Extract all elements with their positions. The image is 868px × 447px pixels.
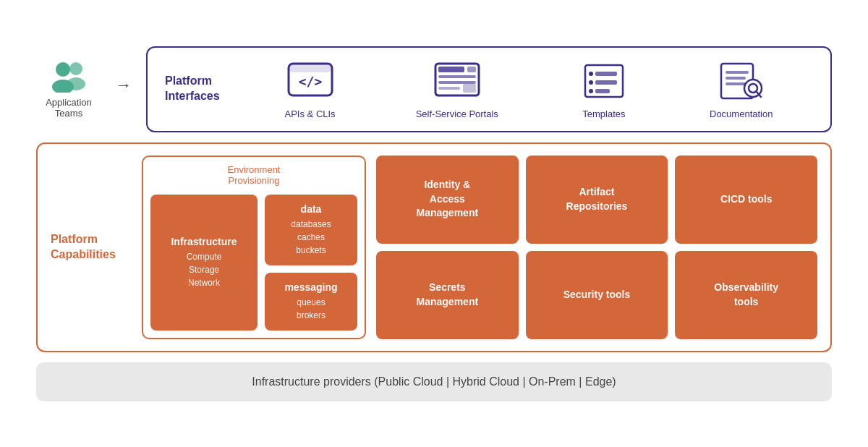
identity-access-card: Identity & Access Management	[376, 156, 519, 244]
portal-icon	[432, 59, 482, 103]
diagram: Application Teams → Platform Interfaces …	[36, 46, 832, 401]
app-teams: Application Teams	[36, 59, 101, 119]
app-teams-label: Application Teams	[46, 97, 92, 119]
templates-label: Templates	[582, 108, 625, 119]
data-sub: databases caches buckets	[291, 218, 331, 257]
pi-item-apis-clis: </> APIs & CLIs	[285, 59, 336, 119]
svg-rect-11	[438, 81, 476, 84]
platform-interfaces-label: Platform Interfaces	[165, 74, 244, 104]
pi-item-portals: Self-Service Portals	[416, 59, 498, 119]
svg-point-19	[589, 89, 593, 93]
infra-providers-bar: Infrastructure providers (Public Cloud |…	[36, 362, 832, 401]
data-title: data	[301, 203, 322, 215]
docs-label: Documentation	[710, 108, 773, 119]
pi-item-docs: Documentation	[710, 59, 773, 119]
middle-row: Platform Capabilities Environment Provis…	[36, 142, 832, 352]
cicd-tools-card: CICD tools	[675, 156, 817, 244]
secrets-mgmt-card: Secrets Management	[376, 251, 519, 339]
svg-text:</>: </>	[298, 74, 322, 89]
platform-interfaces-box: Platform Interfaces </> APIs & CLIs	[146, 46, 832, 132]
infrastructure-title: Infrastructure	[171, 236, 237, 247]
code-icon: </>	[285, 59, 336, 103]
svg-rect-5	[289, 64, 332, 72]
svg-point-0	[69, 62, 82, 75]
svg-rect-10	[438, 75, 476, 78]
svg-rect-18	[595, 80, 617, 85]
pi-item-templates: Templates	[579, 59, 629, 119]
top-row: Application Teams → Platform Interfaces …	[36, 46, 832, 132]
infrastructure-sub: Compute Storage Network	[187, 250, 222, 289]
messaging-sub: queues brokers	[297, 296, 326, 322]
platform-capabilities-outer: Platform Capabilities Environment Provis…	[36, 142, 832, 352]
svg-rect-8	[438, 67, 464, 72]
portals-label: Self-Service Portals	[416, 108, 498, 119]
platform-capabilities-label: Platform Capabilities	[51, 156, 130, 339]
svg-rect-23	[726, 77, 746, 80]
artifact-repos-card: Artifact Repositories	[526, 156, 668, 244]
people-icon	[47, 59, 90, 93]
svg-rect-16	[595, 72, 617, 76]
messaging-card: messaging queues brokers	[265, 273, 357, 331]
env-provisioning-box: Environment Provisioning Infrastructure …	[142, 156, 366, 339]
observability-tools-card: Observability tools	[675, 251, 817, 339]
svg-point-2	[56, 62, 70, 77]
templates-icon	[579, 59, 629, 103]
svg-point-15	[589, 72, 593, 76]
svg-rect-12	[438, 87, 460, 90]
svg-rect-22	[726, 71, 749, 74]
messaging-title: messaging	[284, 281, 337, 293]
cap-grid: Identity & Access Management Artifact Re…	[376, 156, 817, 339]
pc-content: Environment Provisioning Infrastructure …	[142, 156, 817, 339]
data-card: data databases caches buckets	[265, 195, 357, 265]
svg-rect-9	[467, 67, 476, 72]
env-label: Environment Provisioning	[150, 164, 357, 186]
docs-icon	[716, 59, 767, 103]
platform-interfaces-items: </> APIs & CLIs	[244, 59, 813, 119]
infra-providers-label: Infrastructure providers (Public Cloud |…	[252, 375, 616, 388]
security-tools-card: Security tools	[526, 251, 668, 339]
env-row-top: Infrastructure Compute Storage Network d…	[150, 195, 357, 331]
apis-clis-label: APIs & CLIs	[285, 108, 336, 119]
infrastructure-card: Infrastructure Compute Storage Network	[150, 195, 258, 331]
svg-rect-20	[595, 89, 610, 93]
svg-point-17	[589, 80, 593, 85]
arrow-icon: →	[116, 76, 132, 95]
svg-rect-13	[463, 84, 476, 93]
